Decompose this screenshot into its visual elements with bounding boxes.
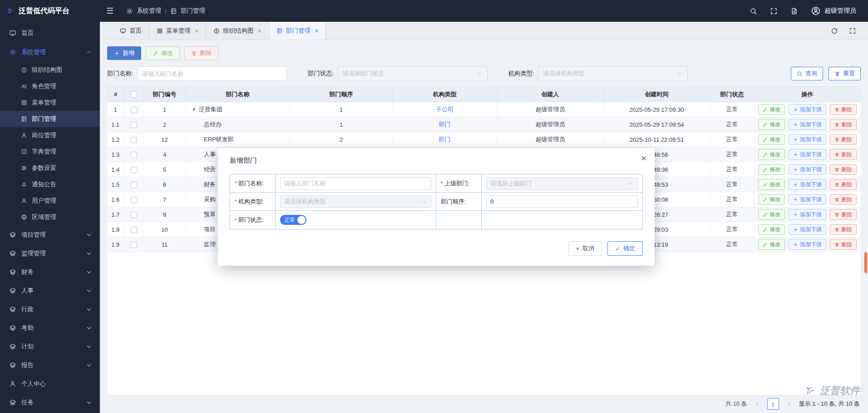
row-delete-button[interactable]: 删除	[830, 134, 857, 145]
row-add-child-button[interactable]: 添加下级	[789, 194, 826, 205]
sidebar-group-item[interactable]: 报告	[0, 356, 100, 374]
row-edit-button[interactable]: 修改	[758, 104, 785, 115]
sidebar-sub-item[interactable]: 区域管理	[0, 209, 100, 225]
document-icon[interactable]	[790, 7, 798, 15]
search-icon[interactable]	[750, 7, 757, 15]
row-add-child-button[interactable]: 添加下级	[789, 179, 826, 190]
row-checkbox[interactable]	[131, 107, 137, 113]
row-add-child-button[interactable]: 添加下级	[789, 224, 826, 235]
row-checkbox[interactable]	[131, 137, 137, 143]
sidebar-sub-item[interactable]: 参数设置	[0, 160, 100, 176]
delete-button[interactable]: 删除	[184, 46, 218, 60]
row-checkbox[interactable]	[131, 197, 137, 203]
add-button[interactable]: 新增	[107, 46, 141, 60]
confirm-button[interactable]: ✓ 确定	[607, 241, 643, 256]
sidebar-sub-item[interactable]: 岗位管理	[0, 127, 100, 144]
sidebar-sub-item[interactable]: 菜单管理	[0, 95, 100, 111]
row-edit-button[interactable]: 修改	[758, 134, 785, 145]
prev-page-icon[interactable]	[754, 400, 761, 408]
sidebar-sub-item[interactable]: 角色管理	[0, 78, 100, 95]
sidebar-group-item[interactable]: 计划	[0, 337, 100, 356]
dialog-parent-dept-select[interactable]: 请选择上级部门	[486, 177, 638, 190]
sidebar-group-item[interactable]: 考勤	[0, 318, 100, 337]
sidebar-group-item[interactable]: 人事	[0, 281, 100, 300]
dialog-dept-name-input[interactable]	[280, 177, 431, 190]
tab-close-icon[interactable]: ×	[195, 27, 198, 35]
row-edit-button[interactable]: 修改	[758, 164, 785, 175]
sidebar-sub-item[interactable]: 通知公告	[0, 176, 100, 193]
tab-close-icon[interactable]: ×	[315, 27, 318, 35]
org-type-link[interactable]: 子公司	[436, 106, 454, 113]
row-edit-button[interactable]: 修改	[758, 239, 785, 250]
row-edit-button[interactable]: 修改	[758, 224, 785, 235]
row-checkbox[interactable]	[131, 152, 137, 158]
tree-collapse-icon[interactable]: ▼	[192, 107, 196, 112]
reset-button[interactable]: 重置	[829, 67, 861, 80]
sidebar-group-system[interactable]: 系统管理	[0, 43, 100, 62]
dialog-close-icon[interactable]: ×	[641, 154, 646, 163]
select-all-checkbox[interactable]	[131, 91, 137, 98]
sidebar-sub-item[interactable]: 字典管理	[0, 144, 100, 160]
search-button[interactable]: 查询	[791, 67, 823, 80]
fullscreen-icon[interactable]	[770, 7, 778, 15]
row-delete-button[interactable]: 删除	[830, 239, 857, 250]
dialog-dept-order-input[interactable]	[486, 195, 638, 208]
sidebar-group-item[interactable]: 行政	[0, 300, 100, 318]
sidebar-sub-item[interactable]: 组织结构图	[0, 62, 100, 78]
org-type-select[interactable]: 请选择机构类型	[538, 66, 688, 81]
row-edit-button[interactable]: 修改	[758, 209, 785, 220]
row-add-child-button[interactable]: 添加下级	[789, 209, 826, 220]
tab[interactable]: 菜单管理 ×	[149, 22, 206, 40]
row-delete-button[interactable]: 删除	[830, 104, 857, 115]
collapse-sidebar-button[interactable]: ☰	[106, 7, 113, 15]
row-add-child-button[interactable]: 添加下级	[789, 104, 826, 115]
scrollbar-thumb[interactable]	[864, 252, 867, 273]
sidebar-sub-item[interactable]: 部门管理	[0, 111, 100, 127]
sidebar-item-home[interactable]: 首页	[0, 24, 100, 43]
row-delete-button[interactable]: 删除	[830, 194, 857, 205]
row-edit-button[interactable]: 修改	[758, 119, 785, 130]
tab[interactable]: 部门管理 ×	[269, 22, 326, 40]
user-menu[interactable]: 超级管理员	[811, 6, 856, 16]
row-add-child-button[interactable]: 添加下级	[789, 149, 826, 160]
sidebar-group-item[interactable]: 项目管理	[0, 225, 100, 244]
row-delete-button[interactable]: 删除	[830, 119, 857, 130]
org-type-link[interactable]: 部门	[439, 136, 451, 143]
tab[interactable]: 组织结构图 ×	[206, 22, 269, 40]
row-edit-button[interactable]: 修改	[758, 149, 785, 160]
row-checkbox[interactable]	[131, 122, 137, 128]
sidebar-group-item[interactable]: 监理管理	[0, 244, 100, 263]
sidebar-group-item[interactable]: 个人中心	[0, 374, 100, 393]
row-edit-button[interactable]: 修改	[758, 179, 785, 190]
row-delete-button[interactable]: 删除	[830, 149, 857, 160]
row-checkbox[interactable]	[131, 167, 137, 173]
sidebar-group-item[interactable]: 财务	[0, 263, 100, 281]
refresh-icon[interactable]	[831, 27, 838, 35]
row-checkbox[interactable]	[131, 182, 137, 188]
row-add-child-button[interactable]: 添加下级	[789, 239, 826, 250]
row-delete-button[interactable]: 删除	[830, 224, 857, 235]
row-add-child-button[interactable]: 添加下级	[789, 164, 826, 175]
edit-button[interactable]: 修改	[146, 46, 180, 60]
breadcrumb-parent[interactable]: 系统管理	[137, 7, 161, 15]
row-checkbox[interactable]	[131, 227, 137, 233]
next-page-icon[interactable]	[785, 400, 793, 408]
dept-status-select[interactable]: 请选择部门状态	[338, 66, 488, 81]
dialog-org-type-select[interactable]: 请选择机构类型	[280, 195, 431, 208]
sidebar-sub-item[interactable]: 用户管理	[0, 193, 100, 209]
tab-close-icon[interactable]: ×	[258, 27, 261, 35]
dept-name-input[interactable]	[137, 66, 287, 81]
fullscreen-icon[interactable]	[849, 27, 856, 35]
current-page[interactable]: 1	[767, 398, 779, 410]
row-delete-button[interactable]: 删除	[830, 164, 857, 175]
org-type-link[interactable]: 部门	[439, 121, 451, 128]
row-delete-button[interactable]: 删除	[830, 209, 857, 220]
breadcrumb-current[interactable]: 部门管理	[181, 7, 205, 15]
row-add-child-button[interactable]: 添加下级	[789, 134, 826, 145]
tab[interactable]: 首页	[113, 22, 149, 40]
dept-status-toggle[interactable]: 正常	[280, 215, 306, 225]
row-add-child-button[interactable]: 添加下级	[789, 119, 826, 130]
row-checkbox[interactable]	[131, 242, 137, 248]
sidebar-group-item[interactable]: 任务	[0, 393, 100, 412]
row-delete-button[interactable]: 删除	[830, 179, 857, 190]
